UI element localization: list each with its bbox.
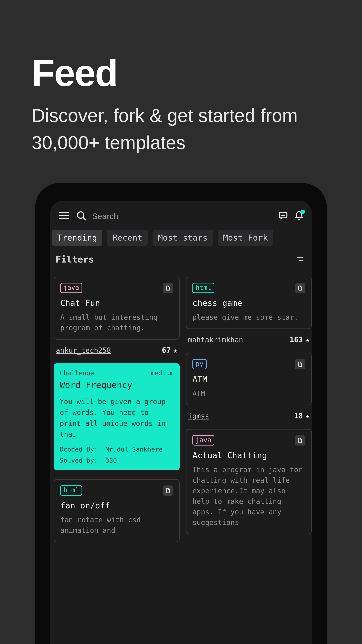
notification-dot <box>301 210 305 214</box>
card-title: chess game <box>192 298 305 308</box>
filters-row: Filters <box>50 246 312 270</box>
feed-card[interactable]: html fan on/off fan rotate with csd anim… <box>54 479 180 542</box>
feed-card[interactable]: java Chat Fun A small but interesting pr… <box>54 276 180 340</box>
promo-title: Feed <box>32 51 117 95</box>
card-desc: A small but interesting program of chatt… <box>60 312 173 333</box>
challenge-desc: You will be given a group of words. You … <box>60 396 174 440</box>
card-author[interactable]: mahtakrimkhan <box>188 336 243 344</box>
solved-by: 330 <box>105 457 117 464</box>
card-meta: mahtakrimkhan 163★ <box>186 332 312 344</box>
card-author[interactable]: ankur_tech258 <box>56 346 111 354</box>
top-bar <box>50 201 312 230</box>
filters-icon[interactable] <box>296 255 304 264</box>
card-title: fan on/off <box>60 500 173 510</box>
search-input[interactable] <box>92 211 272 221</box>
tabs: Trending Recent Most stars Most Fork <box>50 230 312 246</box>
search-icon <box>76 210 87 222</box>
dcoded-label: Dcoded By: <box>60 446 98 453</box>
challenge-card[interactable]: Challenge medium Word Frequency You will… <box>54 363 180 470</box>
challenge-level: medium <box>151 369 174 376</box>
solved-label: Solved by: <box>60 457 98 464</box>
search-field[interactable] <box>76 210 272 222</box>
challenge-title: Word Frequency <box>60 380 174 390</box>
tab-most-forks[interactable]: Most Fork <box>218 230 273 246</box>
card-author[interactable]: igmss <box>188 412 209 420</box>
filters-label: Filters <box>55 254 94 265</box>
dcoded-by: Mrudul Sankhere <box>105 446 163 453</box>
card-stars: 163★ <box>290 335 310 344</box>
card-stars: 18★ <box>294 412 310 420</box>
lang-badge-html: html <box>192 283 214 293</box>
feed-col-right: html chess game please give me some star… <box>186 276 312 542</box>
lang-badge-java: java <box>192 435 214 446</box>
file-icon[interactable] <box>163 486 173 496</box>
feed-card[interactable]: html chess game please give me some star… <box>186 276 312 329</box>
feed-grid: java Chat Fun A small but interesting pr… <box>50 270 312 542</box>
tab-most-stars[interactable]: Most stars <box>153 230 213 246</box>
challenge-dcoded: Dcoded By: Mrudul Sankhere <box>60 446 174 453</box>
app-screen: Trending Recent Most stars Most Fork Fil… <box>50 201 312 644</box>
lang-badge-java: java <box>60 283 82 293</box>
menu-icon[interactable] <box>58 210 70 222</box>
promo-subtitle: Discover, fork & get started from 30,000… <box>32 102 362 156</box>
tab-trending[interactable]: Trending <box>52 230 102 246</box>
star-count: 18 <box>294 412 303 420</box>
feed-card[interactable]: java Actual Chatting This a program in j… <box>186 429 312 534</box>
bell-icon <box>294 218 304 222</box>
file-icon[interactable] <box>295 283 305 293</box>
star-count: 67 <box>162 346 171 354</box>
file-icon[interactable] <box>295 359 305 369</box>
card-desc: ATM <box>192 388 305 399</box>
device-frame: Trending Recent Most stars Most Fork Fil… <box>35 183 327 644</box>
star-icon: ★ <box>173 346 178 354</box>
star-icon: ★ <box>305 336 310 344</box>
card-stars: 67★ <box>162 346 178 354</box>
card-meta: ankur_tech258 67★ <box>54 342 180 354</box>
card-title: Actual Chatting <box>192 450 305 460</box>
svg-line-4 <box>83 218 85 220</box>
card-desc: please give me some star. <box>192 312 305 322</box>
lang-badge-html: html <box>60 485 82 496</box>
card-title: ATM <box>192 374 305 384</box>
file-icon[interactable] <box>163 283 173 293</box>
lang-badge-py: py <box>192 359 207 369</box>
file-icon[interactable] <box>295 435 305 446</box>
feed-col-left: java Chat Fun A small but interesting pr… <box>54 276 180 542</box>
tab-recent[interactable]: Recent <box>107 230 148 246</box>
star-icon: ★ <box>305 412 310 420</box>
challenge-tag: Challenge <box>60 369 94 376</box>
chat-icon[interactable] <box>278 210 288 222</box>
card-title: Chat Fun <box>60 298 173 308</box>
challenge-solved: Solved by: 330 <box>60 457 174 464</box>
notifications-button[interactable] <box>294 211 304 222</box>
card-desc: This a program in java for chatting with… <box>192 464 305 528</box>
feed-card[interactable]: py ATM ATM <box>186 353 312 405</box>
card-desc: fan rotate with csd animation and <box>60 514 173 536</box>
card-meta: igmss 18★ <box>186 408 312 420</box>
star-count: 163 <box>290 335 303 344</box>
